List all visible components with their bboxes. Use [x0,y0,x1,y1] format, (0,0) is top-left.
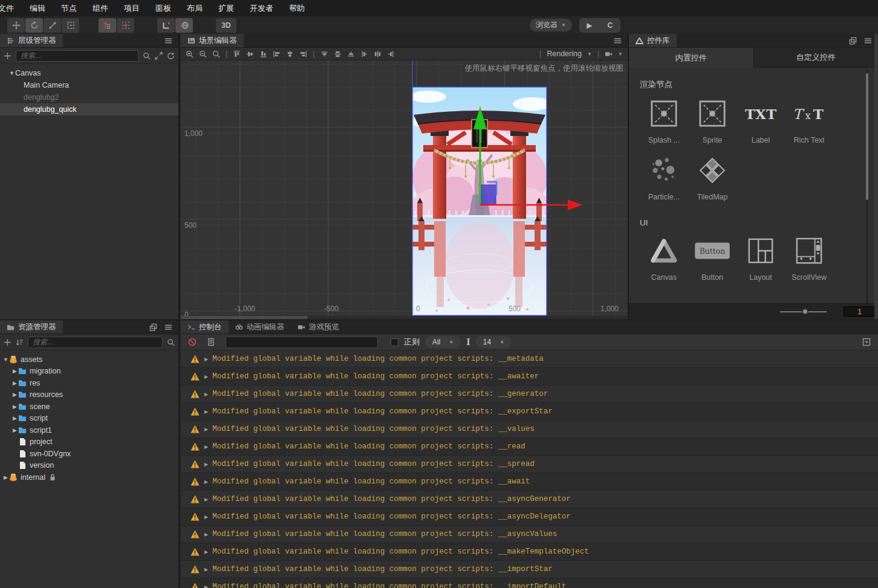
regex-checkbox[interactable] [391,338,398,346]
global-coords-tool-button[interactable] [175,18,193,33]
menu-item[interactable]: 帮助 [281,0,313,16]
expand-caret-icon[interactable]: ▶ [204,584,208,588]
scale-tool-button[interactable] [44,18,61,33]
console-row[interactable]: ▶Modified global variable while loading … [181,578,878,588]
anchor-center-tool-button[interactable] [117,18,134,33]
expand-caret-icon[interactable]: ▶ [204,532,208,537]
asset-node[interactable]: ▶res [0,377,178,389]
tree-arrow-icon[interactable]: ▶ [2,474,9,480]
zoom-value-box[interactable]: 1 [844,306,878,317]
expand-caret-icon[interactable]: ▶ [204,357,208,362]
widget-item[interactable]: Layout [737,233,785,282]
scene-canvas[interactable]: 使用鼠标右键平移视窗焦点，使用滚轮缩放视图 [181,60,628,319]
widget-item[interactable]: TiledMap [688,153,737,201]
dist-vcenter-icon[interactable] [334,50,342,58]
widget-item[interactable]: Splash ... [640,96,688,144]
tab-preview[interactable]: 游戏预览 [291,320,346,334]
rect-transform-tool-button[interactable] [62,18,79,33]
expand-caret-icon[interactable]: ▶ [204,392,208,397]
align-vcenter-icon[interactable] [246,50,254,58]
widget-item[interactable]: Canvas [640,233,688,282]
expand-caret-icon[interactable]: ▶ [204,567,208,572]
refresh-button[interactable]: C [600,21,620,30]
zoom-out-icon[interactable] [199,50,207,58]
refresh-icon[interactable] [167,52,175,60]
console-row[interactable]: ▶Modified global variable while loading … [181,526,878,543]
menu-item[interactable]: 开发者 [242,0,281,16]
expand-caret-icon[interactable]: ▶ [204,479,208,485]
widget-item[interactable]: ButtonButton [688,233,737,282]
tab-scene-editor[interactable]: 场景编辑器 [181,34,244,47]
menu-icon[interactable] [164,37,172,45]
asset-node[interactable]: ▶internal [0,471,178,483]
hierarchy-node[interactable]: Main Camera [0,79,178,91]
menu-icon[interactable] [614,37,622,45]
widget-item[interactable]: Particle... [640,153,688,201]
mode-3d-button[interactable]: 3D [216,18,236,33]
console-row[interactable]: ▶Modified global variable while loading … [181,368,878,386]
collapse-all-icon[interactable] [862,338,871,346]
tree-arrow-icon[interactable]: ▶ [11,404,18,410]
tree-arrow-icon[interactable]: ▶ [11,380,18,386]
search-icon[interactable] [167,338,175,346]
zoom-reset-icon[interactable] [212,50,220,58]
align-right-icon[interactable] [299,50,307,58]
asset-node[interactable]: svn-0DVgnx [0,448,178,460]
dist-bottom-icon[interactable] [347,50,355,58]
expand-caret-icon[interactable]: ▶ [204,462,208,467]
library-tab[interactable]: 自定义控件 [753,48,878,68]
hierarchy-node[interactable]: denglubg_quick [0,103,178,115]
align-top-icon[interactable] [233,50,241,58]
popup-icon[interactable] [149,323,157,331]
tab-hierarchy[interactable]: 层级管理器 [0,34,63,47]
menu-item[interactable]: 文件 [0,0,22,16]
tree-arrow-icon[interactable]: ▼ [8,70,15,76]
widget-item[interactable]: Sprite [688,96,737,144]
expand-caret-icon[interactable]: ▶ [204,549,208,555]
expand-caret-icon[interactable]: ▶ [204,444,208,450]
popup-icon[interactable] [849,37,857,45]
tree-arrow-icon[interactable]: ▶ [11,415,18,421]
widget-item[interactable]: TXTLabel [737,96,785,144]
console-row[interactable]: ▶Modified global variable while loading … [181,351,878,368]
asset-node[interactable]: project [0,436,178,448]
dist-left-icon[interactable] [360,50,368,58]
asset-node[interactable]: ▶script1 [0,424,178,436]
dist-top-icon[interactable] [320,50,328,58]
align-bottom-icon[interactable] [259,50,267,58]
add-node-button[interactable] [4,52,11,60]
clear-console-button[interactable] [188,338,197,346]
console-row[interactable]: ▶Modified global variable while loading … [181,561,878,578]
align-left-icon[interactable] [273,50,281,58]
console-row[interactable]: ▶Modified global variable while loading … [181,438,878,456]
menu-icon[interactable] [164,323,172,331]
hierarchy-node[interactable]: denglubg2 [0,91,178,103]
local-coords-tool-button[interactable] [157,18,175,33]
sort-icon[interactable] [16,338,24,346]
expand-caret-icon[interactable]: ▶ [204,409,208,415]
tree-arrow-icon[interactable]: ▶ [11,392,18,398]
console-row[interactable]: ▶Modified global variable while loading … [181,403,878,421]
zoom-slider[interactable] [780,311,827,312]
console-row[interactable]: ▶Modified global variable while loading … [181,491,878,508]
console-row[interactable]: ▶Modified global variable while loading … [181,386,878,403]
log-file-icon[interactable] [207,338,215,346]
library-tab[interactable]: 内置控件 [629,48,753,68]
menu-item[interactable]: 组件 [85,0,116,16]
hierarchy-node[interactable]: ▼Canvas [0,67,178,79]
asset-node[interactable]: ▼assets [0,354,178,366]
widget-item[interactable]: TxTRich Text [785,96,833,144]
browser-dropdown[interactable]: 浏览器 ▼ [530,19,572,31]
dist-hcenter-icon[interactable] [374,50,382,58]
zoom-slider-knob[interactable] [802,308,808,315]
dist-right-icon[interactable] [387,50,395,58]
asset-node[interactable]: ▶migration [0,366,178,378]
assets-search-input[interactable] [28,337,163,348]
console-row[interactable]: ▶Modified global variable while loading … [181,508,878,526]
expand-caret-icon[interactable]: ▶ [204,427,208,432]
anchor-pivot-tool-button[interactable] [99,18,116,33]
expand-caret-icon[interactable]: ▶ [204,497,208,502]
menu-item[interactable]: 编辑 [22,0,53,16]
tab-anim[interactable]: 动画编辑器 [229,320,291,334]
menu-item[interactable]: 布局 [179,0,210,16]
